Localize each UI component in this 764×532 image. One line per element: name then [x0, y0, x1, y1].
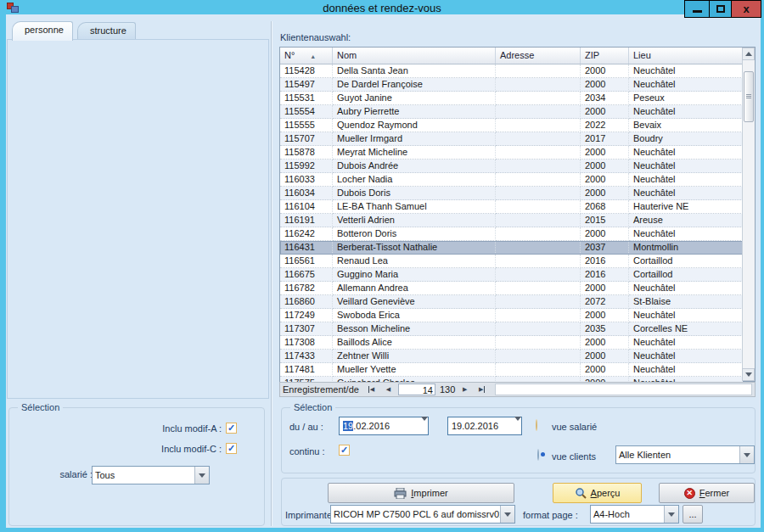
table-cell: Peseux	[629, 92, 743, 105]
navigator-label: Enregistrement/de	[283, 384, 359, 395]
chevron-down-icon[interactable]	[421, 421, 428, 431]
column-header-adresse[interactable]: Adresse	[496, 48, 581, 64]
nav-previous-button[interactable]: ◀	[381, 384, 396, 395]
table-row[interactable]: 115531Guyot Janine2034Peseux	[280, 92, 743, 105]
imprimante-select[interactable]: RICOH MP C7500 PCL 6 auf domissrv01 (um	[330, 505, 515, 524]
table-row[interactable]: 115992Dubois Andrée2000Neuchâtel	[280, 160, 743, 173]
table-row[interactable]: 116242Botteron Doris2000Neuchâtel	[280, 227, 743, 241]
table-cell: 2000	[581, 78, 629, 92]
table-cell: Areuse	[629, 214, 743, 227]
table-cell	[496, 268, 581, 282]
column-header-nom[interactable]: Nom	[333, 48, 496, 64]
fermer-button[interactable]: ✕ Fermer	[659, 483, 755, 503]
imprimer-button[interactable]: Imprimer	[328, 483, 514, 503]
table-cell	[496, 78, 581, 92]
vue-clients-radio[interactable]	[537, 449, 539, 461]
table-row[interactable]: 115497De Dardel Françoise2000Neuchâtel	[280, 78, 743, 92]
table-row[interactable]: 117307Besson Micheline2035Corcelles NE	[280, 322, 743, 336]
date-to-picker[interactable]: 19.02.2016	[447, 417, 522, 435]
table-cell: Boudry	[629, 132, 743, 146]
scroll-up-button[interactable]	[742, 48, 755, 60]
table-row[interactable]: 116104LE-BA Thanh Samuel2068Hauterive NE	[280, 200, 743, 214]
table-cell: 116242	[280, 227, 333, 241]
modif-c-checkbox[interactable]: ✓	[226, 443, 237, 454]
clients-filter-select[interactable]: Alle Klienten	[615, 445, 755, 464]
app-window: données et rendez-vous x structure perso…	[0, 0, 764, 532]
table-row[interactable]: 116782Allemann Andrea2000Neuchâtel	[280, 282, 743, 295]
table-cell: 2000	[581, 227, 629, 241]
table-row[interactable]: 116860Veillard Geneviève2072St-Blaise	[280, 295, 743, 309]
table-cell: 2035	[581, 322, 629, 336]
salarie-label: salarié :	[59, 469, 93, 479]
maximize-button[interactable]	[709, 0, 732, 18]
table-row[interactable]: 115428Della Santa Jean2000Neuchâtel	[280, 64, 743, 78]
apercu-button[interactable]: Aperçu	[553, 483, 642, 503]
table-row[interactable]: 117433Zehtner Willi2000Neuchâtel	[280, 350, 743, 363]
minimize-button[interactable]	[684, 0, 710, 18]
table-row[interactable]: 116561Renaud Lea2016Cortaillod	[280, 255, 743, 268]
table-cell	[496, 200, 581, 214]
table-cell: Neuchâtel	[629, 350, 743, 363]
chevron-down-icon[interactable]	[664, 506, 678, 523]
table-cell: Allemann Andrea	[333, 282, 496, 295]
table-row[interactable]: 117308Baillods Alice2000Neuchâtel	[280, 336, 743, 350]
vue-salarie-radio[interactable]	[536, 419, 537, 431]
table-row[interactable]: 117249Swoboda Erica2000Neuchâtel	[280, 309, 743, 322]
table-cell: 116034	[280, 187, 333, 200]
tab-structure[interactable]: structure	[77, 22, 136, 41]
table-cell: Bevaix	[629, 119, 743, 132]
scroll-down-button[interactable]	[742, 368, 755, 381]
table-row[interactable]: 116191Vetterli Adrien2015Areuse	[280, 214, 743, 227]
imprimante-label: Imprimante	[285, 510, 332, 520]
nav-first-button[interactable]: ◀	[364, 384, 379, 395]
chevron-down-icon[interactable]	[500, 506, 514, 523]
table-row[interactable]: 116675Guggino Maria2016Cortaillod	[280, 268, 743, 282]
nav-next-button[interactable]: ▶	[458, 384, 472, 395]
chevron-down-icon[interactable]	[514, 421, 521, 431]
table-cell: Neuchâtel	[629, 282, 743, 295]
modif-a-label: Inclu modif-A :	[162, 423, 222, 434]
klienten-scroll-thumb[interactable]	[744, 71, 754, 122]
vue-salarie-label: vue salarié	[552, 422, 597, 432]
table-cell: Mueller Yvette	[333, 363, 496, 377]
table-cell: Neuchâtel	[629, 187, 743, 200]
table-cell: Swoboda Erica	[333, 309, 496, 322]
format-page-select[interactable]: A4-Hoch	[590, 505, 679, 524]
table-cell	[496, 282, 581, 295]
table-row[interactable]: 116431Berberat-Tissot Nathalie2037Montmo…	[280, 241, 743, 255]
modif-a-checkbox[interactable]: ✓	[226, 423, 237, 434]
close-button[interactable]: x	[731, 0, 761, 18]
nav-next-icon: ▶	[463, 386, 467, 393]
table-row[interactable]: 116034Dubois Doris2000Neuchâtel	[280, 187, 743, 200]
tab-personne[interactable]: personne	[12, 21, 73, 41]
table-cell: Dubois Doris	[333, 187, 496, 200]
table-cell	[496, 336, 581, 350]
sort-asc-icon: ▲	[310, 53, 316, 59]
table-row[interactable]: 115554Aubry Pierrette2000Neuchâtel	[280, 105, 743, 119]
column-header-zip[interactable]: ZIP	[581, 48, 629, 64]
table-cell: 116033	[280, 173, 333, 187]
browse-button[interactable]: ...	[683, 505, 703, 524]
column-header-n[interactable]: N°▲	[280, 48, 333, 64]
tab-label: structure	[90, 25, 126, 36]
table-cell: 117307	[280, 322, 333, 336]
chevron-down-icon[interactable]	[739, 446, 754, 463]
table-cell: 2000	[581, 105, 629, 119]
column-header-lieu[interactable]: Lieu	[629, 48, 743, 64]
magnifier-icon	[575, 487, 587, 499]
salarie-select[interactable]: Tous	[92, 466, 210, 484]
table-row[interactable]: 117481Mueller Yvette2000Neuchâtel	[280, 363, 743, 377]
table-row[interactable]: 115707Mueller Irmgard2017Boudry	[280, 132, 743, 146]
chevron-down-icon[interactable]	[194, 467, 209, 484]
table-row[interactable]: 115878Meyrat Micheline2000Neuchâtel	[280, 146, 743, 160]
table-row[interactable]: 115555Quendoz Raymond2022Bevaix	[280, 119, 743, 132]
table-row[interactable]: 116033Locher Nadia2000Neuchâtel	[280, 173, 743, 187]
table-cell: 116675	[280, 268, 333, 282]
table-cell: 2000	[581, 363, 629, 377]
record-number-input[interactable]: 14	[398, 384, 435, 395]
table-cell: Neuchâtel	[629, 160, 743, 173]
date-from-picker[interactable]: 19.02.2016	[339, 417, 429, 435]
continu-checkbox[interactable]: ✓	[339, 445, 350, 456]
nav-last-button[interactable]: ▶	[475, 384, 489, 395]
klienten-vertical-scrollbar[interactable]	[742, 48, 755, 381]
